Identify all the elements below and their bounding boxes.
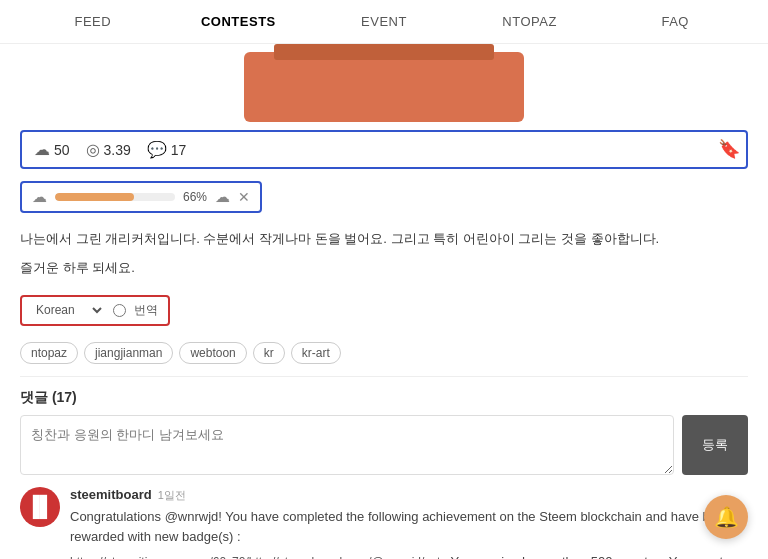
hero-box — [244, 52, 524, 122]
progress-bar — [55, 193, 175, 201]
progress-row: ☁ 66% ☁ ✕ — [20, 181, 262, 213]
content-text-2: 즐거운 하루 되세요. — [20, 258, 748, 279]
comment-links: https://steemitimages.com/60x70/http://s… — [70, 552, 748, 559]
content-text-1: 나는에서 그린 개리커처입니다. 수분에서 작게나마 돈을 벌어요. 그리고 특… — [20, 229, 748, 250]
comment-header: steemitboard 1일전 — [70, 487, 748, 503]
upvote-icon: ☁ — [34, 140, 50, 159]
main-nav: FEED CONTESTS EVENT nTOPAZ FAQ — [0, 0, 768, 44]
reward-stat: ◎ 3.39 — [86, 140, 131, 159]
tag-kr-art[interactable]: kr-art — [291, 342, 341, 364]
upvote-count: 50 — [54, 142, 70, 158]
cloud-icon: ☁ — [32, 188, 47, 206]
progress-fill — [55, 193, 134, 201]
comment-time: 1일전 — [158, 488, 186, 503]
comment-body: steemitboard 1일전 Congratulations @wnrwjd… — [70, 487, 748, 559]
stats-row: ☁ 50 ◎ 3.39 💬 17 — [20, 130, 748, 169]
reward-value: 3.39 — [104, 142, 131, 158]
fab-button[interactable]: 🔔 — [704, 495, 748, 539]
avatar: ▐▌ — [20, 487, 60, 527]
divider — [20, 376, 748, 377]
tag-jiangjianman[interactable]: jiangjianman — [84, 342, 173, 364]
nav-ntopaz[interactable]: nTOPAZ — [457, 0, 603, 43]
cloud-icon-2: ☁ — [215, 188, 230, 206]
hero-image-area — [20, 52, 748, 122]
submit-comment-button[interactable]: 등록 — [682, 415, 748, 475]
comment-author: steemitboard — [70, 487, 152, 502]
progress-percent: 66% — [183, 190, 207, 204]
tag-kr[interactable]: kr — [253, 342, 285, 364]
comment-textarea[interactable] — [20, 415, 674, 475]
comments-count: 17 — [171, 142, 187, 158]
language-select[interactable]: Korean English Japanese — [32, 302, 105, 318]
tag-ntopaz[interactable]: ntopaz — [20, 342, 78, 364]
comment-link-1[interactable]: https://steemitimages.com/60x70/http://s… — [70, 555, 447, 559]
comment-text: Congratulations @wnrwjd! You have comple… — [70, 507, 748, 549]
tags-row: ntopaz jiangjianman webtoon kr kr-art — [20, 342, 748, 364]
fab-icon: 🔔 — [714, 505, 739, 529]
comments-stat: 💬 17 — [147, 140, 187, 159]
translate-button[interactable]: 번역 — [134, 302, 158, 319]
comments-icon: 💬 — [147, 140, 167, 159]
close-progress-button[interactable]: ✕ — [238, 189, 250, 205]
comment-input-row: 등록 — [20, 415, 748, 475]
comment-item: ▐▌ steemitboard 1일전 Congratulations @wnr… — [20, 487, 748, 559]
comments-title: 댓글 (17) — [20, 389, 748, 407]
bookmark-button[interactable]: 🔖 — [710, 130, 748, 168]
reward-icon: ◎ — [86, 140, 100, 159]
nav-feed[interactable]: FEED — [20, 0, 166, 43]
upvote-stat: ☁ 50 — [34, 140, 70, 159]
translate-radio[interactable] — [113, 304, 126, 317]
nav-bar: FEED CONTESTS EVENT nTOPAZ FAQ — [0, 0, 768, 44]
translate-row: Korean English Japanese 번역 — [20, 295, 170, 326]
nav-event[interactable]: EVENT — [311, 0, 457, 43]
nav-faq[interactable]: FAQ — [602, 0, 748, 43]
tag-webtoon[interactable]: webtoon — [179, 342, 246, 364]
nav-contests[interactable]: CONTESTS — [166, 0, 312, 43]
